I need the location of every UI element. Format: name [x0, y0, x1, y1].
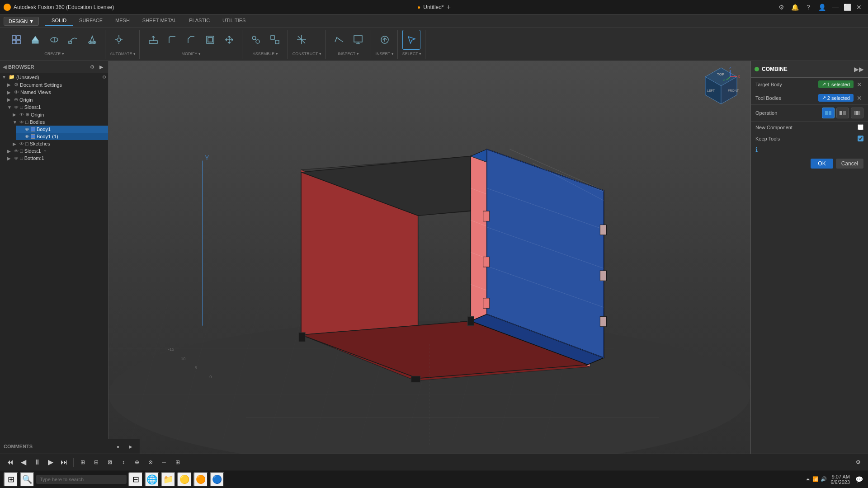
bottom1-vis-icon[interactable]: 👁	[14, 156, 19, 161]
browser-item-body1[interactable]: 👁 Body1	[16, 126, 108, 133]
fillet-btn[interactable]	[163, 30, 181, 50]
play-pause-btn[interactable]: ⏸	[31, 456, 43, 469]
timeline-btn1[interactable]: ⊞	[76, 456, 89, 469]
insert-btn[interactable]	[376, 30, 394, 50]
clock[interactable]: 9:07 AM 6/6/2023	[830, 474, 850, 485]
app3-btn[interactable]: 🔵	[210, 472, 224, 487]
app1-btn[interactable]: 🟡	[177, 472, 192, 487]
shell-btn[interactable]	[201, 30, 219, 50]
play-first-btn[interactable]: ⏮	[4, 456, 16, 469]
timeline-btn6[interactable]: ⊗	[144, 456, 157, 469]
nav-cube[interactable]: TOP LEFT FRONT Z X Y	[701, 66, 741, 106]
comments-toggle-btn[interactable]: ●	[113, 441, 123, 452]
new-component-btn[interactable]	[7, 30, 25, 50]
network-icon[interactable]: 📶	[812, 476, 819, 482]
close-btn[interactable]: ✕	[854, 2, 864, 13]
minimize-btn[interactable]: —	[830, 2, 841, 13]
intersect-op-btn[interactable]	[851, 108, 863, 118]
browser-settings-btn[interactable]: ⚙	[88, 63, 96, 71]
taskbar-search-input[interactable]	[36, 475, 127, 484]
loft-btn[interactable]	[83, 30, 101, 50]
search-btn[interactable]: 🔍	[20, 472, 34, 487]
sweep-btn[interactable]	[64, 30, 82, 50]
tab-add[interactable]: +	[447, 3, 451, 11]
folder-btn[interactable]: 📁	[161, 472, 175, 487]
cancel-button[interactable]: Cancel	[836, 159, 863, 169]
sides1-vis-icon[interactable]: 👁	[14, 105, 19, 110]
design-mode-button[interactable]: DESIGN ▼	[4, 17, 39, 26]
joint-btn[interactable]	[247, 30, 265, 50]
maximize-btn[interactable]: ⬜	[842, 2, 853, 13]
bodies-vis-icon[interactable]: 👁	[19, 120, 24, 125]
display-btn[interactable]	[349, 30, 367, 50]
tray-icon1[interactable]: ⏶	[806, 476, 811, 482]
browser-item-named-views[interactable]: ▶ 👁 Named Views	[5, 89, 108, 96]
notification-center-btn[interactable]: 💬	[854, 474, 864, 485]
press-pull-btn[interactable]	[144, 30, 162, 50]
browser-item-sketches[interactable]: ▶ 👁 □ Sketches	[11, 140, 108, 147]
select-btn[interactable]	[402, 30, 420, 50]
timeline-btn7[interactable]: ↔	[158, 456, 170, 469]
measure-btn[interactable]	[330, 30, 348, 50]
tab-utilities[interactable]: UTILITIES	[216, 16, 252, 26]
origin-inner-vis-icon[interactable]: 👁	[19, 112, 24, 117]
browser-item-doc-settings[interactable]: ▶ ⚙ Document Settings	[5, 81, 108, 89]
target-body-clear[interactable]: ✕	[855, 81, 863, 88]
timeline-btn2[interactable]: ⊟	[90, 456, 103, 469]
browser-item-unsaved[interactable]: ▼ 📁 (Unsaved) ⚙	[0, 73, 108, 81]
construct-btn[interactable]	[292, 30, 311, 50]
browser-item-body1-1[interactable]: 👁 Body1 (1)	[16, 133, 108, 140]
task-view-btn[interactable]: ⊟	[128, 472, 143, 487]
as-built-joint-btn[interactable]	[266, 30, 284, 50]
tool-bodies-badge[interactable]: ↗ 2 selected	[818, 94, 854, 102]
body1-vis-icon[interactable]: 👁	[25, 127, 29, 132]
settings-btn[interactable]: ⚙	[776, 2, 787, 13]
settings-icon-small[interactable]: ⚙	[102, 75, 106, 80]
tab-sheet-metal[interactable]: SHEET METAL	[136, 16, 183, 26]
sketches-vis-icon[interactable]: 👁	[19, 141, 24, 146]
browser-expand-btn[interactable]: ▶	[97, 63, 105, 71]
browser-item-sides1-2[interactable]: ▶ 👁 □ Sides:1 ○	[5, 147, 108, 155]
browser-item-origin-top[interactable]: ▶ ⊕ Origin	[5, 96, 108, 103]
browser-item-origin-inner[interactable]: ▶ 👁 ⊕ Origin	[11, 111, 108, 118]
automate-btn[interactable]	[110, 30, 128, 50]
comments-expand-btn[interactable]: ▶	[125, 441, 136, 452]
viewport[interactable]: Y -15 -10 -5 0 TOP LEFT	[108, 61, 750, 480]
help-btn[interactable]: ?	[803, 2, 814, 13]
move-btn[interactable]	[220, 30, 238, 50]
browser-item-bottom1[interactable]: ▶ 👁 □ Bottom:1	[5, 155, 108, 162]
timeline-btn4[interactable]: ↕	[117, 456, 130, 469]
ok-button[interactable]: OK	[811, 159, 833, 169]
browser-item-sides1[interactable]: ▼ 👁 □ Sides:1	[5, 103, 108, 111]
play-last-btn[interactable]: ⏭	[58, 456, 71, 469]
tab-solid[interactable]: SOLID	[45, 16, 73, 26]
play-next-btn[interactable]: ▶	[44, 456, 57, 469]
timeline-btn8[interactable]: ⊞	[171, 456, 184, 469]
timeline-btn3[interactable]: ⊠	[104, 456, 116, 469]
tab-plastic[interactable]: PLASTIC	[183, 16, 216, 26]
start-btn[interactable]: ⊞	[4, 472, 18, 487]
notification-btn[interactable]: 🔔	[789, 2, 800, 13]
cut-op-btn[interactable]	[836, 108, 849, 118]
combine-collapse-btn[interactable]: ▶▶	[854, 64, 864, 75]
sides1-2-vis-icon[interactable]: 👁	[14, 149, 19, 154]
chrome-btn[interactable]: 🌐	[145, 472, 159, 487]
browser-collapse-left[interactable]: ◀	[3, 64, 6, 70]
body1-1-vis-icon[interactable]: 👁	[25, 134, 29, 139]
join-op-btn[interactable]	[822, 108, 835, 118]
timeline-btn5[interactable]: ⊕	[131, 456, 143, 469]
target-body-badge[interactable]: ↗ 1 selected	[818, 80, 854, 88]
account-btn[interactable]: 👤	[816, 2, 827, 13]
timeline-settings-btn[interactable]: ⚙	[852, 456, 864, 469]
volume-icon[interactable]: 🔊	[821, 476, 827, 482]
chamfer-btn[interactable]	[182, 30, 200, 50]
play-prev-btn[interactable]: ◀	[17, 456, 30, 469]
revolve-btn[interactable]	[45, 30, 63, 50]
new-component-checkbox[interactable]	[858, 124, 863, 130]
browser-item-bodies[interactable]: ▼ 👁 □ Bodies	[11, 118, 108, 126]
tab-mesh[interactable]: MESH	[109, 16, 136, 26]
tool-bodies-clear[interactable]: ✕	[855, 94, 863, 102]
tab-surface[interactable]: SURFACE	[73, 16, 109, 26]
app2-btn[interactable]: 🟠	[193, 472, 208, 487]
extrude-btn[interactable]	[26, 30, 44, 50]
